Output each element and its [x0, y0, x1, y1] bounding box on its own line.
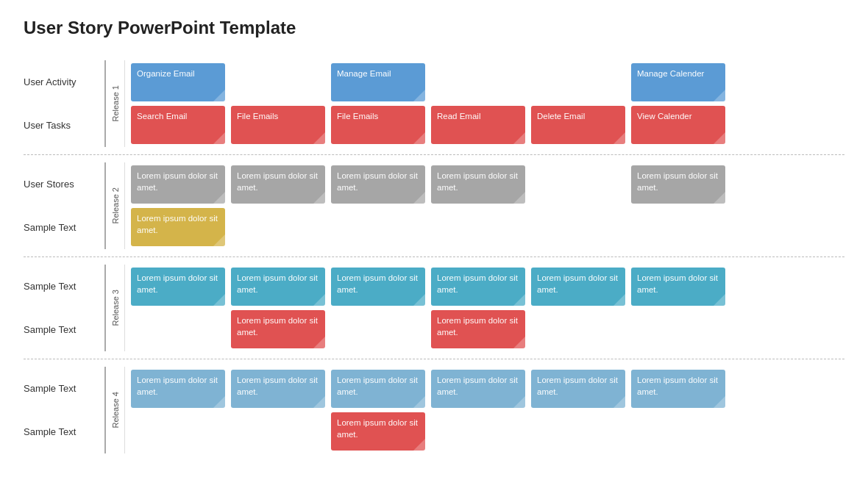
card-1-1-col6: Manage Calender	[631, 63, 725, 101]
card-4-1-col3: Lorem ipsum dolor sit amet.	[331, 370, 425, 408]
row-labels-3: Sample TextSample Text	[24, 265, 104, 351]
release-label-4: Release 4	[104, 367, 125, 453]
card-1-1-col3: Manage Email	[331, 63, 425, 101]
cards-row-3-2: Lorem ipsum dolor sit amet.Lorem ipsum d…	[131, 310, 844, 348]
row-label-2-1: User Stores	[24, 179, 102, 190]
card-1-2-col5: Delete Email	[531, 106, 625, 144]
cards-row-1-2: Search EmailFile EmailsFile EmailsRead E…	[131, 106, 844, 144]
cards-row-4-2: Lorem ipsum dolor sit amet.	[131, 412, 844, 451]
row-labels-4: Sample TextSample Text	[24, 367, 104, 453]
card-1-1-col1: Organize Email	[131, 63, 225, 101]
cards-row-3-1: Lorem ipsum dolor sit amet.Lorem ipsum d…	[131, 268, 844, 306]
row-labels-2: User StoresSample Text	[24, 162, 104, 249]
card-3-2-col4: Lorem ipsum dolor sit amet.	[431, 310, 525, 348]
card-1-2-col2: File Emails	[231, 106, 325, 144]
card-2-1-col2: Lorem ipsum dolor sit amet.	[231, 165, 325, 204]
card-4-1-col6: Lorem ipsum dolor sit amet.	[631, 370, 725, 408]
card-4-1-col5: Lorem ipsum dolor sit amet.	[531, 370, 625, 408]
card-1-2-col6: View Calender	[631, 106, 725, 144]
cards-area-4: Lorem ipsum dolor sit amet.Lorem ipsum d…	[131, 367, 844, 453]
card-3-1-col5: Lorem ipsum dolor sit amet.	[531, 268, 625, 306]
release-label-2: Release 2	[104, 162, 125, 249]
cards-row-2-1: Lorem ipsum dolor sit amet.Lorem ipsum d…	[131, 165, 844, 204]
card-4-1-col2: Lorem ipsum dolor sit amet.	[231, 370, 325, 408]
card-3-1-col3: Lorem ipsum dolor sit amet.	[331, 268, 425, 306]
row-label-4-2: Sample Text	[24, 426, 102, 438]
release-label-1: Release 1	[104, 60, 125, 147]
row-label-1-1: User Activity	[24, 76, 102, 88]
row-label-2-2: Sample Text	[24, 222, 102, 234]
card-1-2-col4: Read Email	[431, 106, 525, 144]
cards-row-1-1: Organize EmailManage EmailManage Calende…	[131, 63, 844, 101]
card-2-2-col1: Lorem ipsum dolor sit amet.	[131, 208, 225, 246]
cards-area-1: Organize EmailManage EmailManage Calende…	[131, 60, 844, 147]
row-label-4-1: Sample Text	[24, 383, 102, 395]
row-label-3-2: Sample Text	[24, 324, 102, 336]
card-2-1-col6: Lorem ipsum dolor sit amet.	[631, 165, 725, 204]
section-3: Sample TextSample TextRelease 3Lorem ips…	[24, 256, 844, 359]
row-label-3-1: Sample Text	[24, 281, 102, 293]
row-labels-1: User ActivityUser Tasks	[24, 60, 104, 147]
card-4-1-col4: Lorem ipsum dolor sit amet.	[431, 370, 525, 408]
main-grid: User ActivityUser TasksRelease 1Organize…	[24, 53, 844, 461]
card-3-2-col2: Lorem ipsum dolor sit amet.	[231, 310, 325, 348]
section-1: User ActivityUser TasksRelease 1Organize…	[24, 53, 844, 154]
row-label-1-2: User Tasks	[24, 120, 102, 132]
card-3-1-col2: Lorem ipsum dolor sit amet.	[231, 268, 325, 306]
card-2-1-col1: Lorem ipsum dolor sit amet.	[131, 165, 225, 204]
release-label-3: Release 3	[104, 265, 125, 351]
cards-area-3: Lorem ipsum dolor sit amet.Lorem ipsum d…	[131, 265, 844, 351]
card-2-1-col3: Lorem ipsum dolor sit amet.	[331, 165, 425, 204]
page-title: User Story PowerPoint Template	[24, 18, 844, 38]
card-4-1-col1: Lorem ipsum dolor sit amet.	[131, 370, 225, 408]
section-4: Sample TextSample TextRelease 4Lorem ips…	[24, 359, 844, 461]
card-1-2-col1: Search Email	[131, 106, 225, 144]
cards-row-4-1: Lorem ipsum dolor sit amet.Lorem ipsum d…	[131, 370, 844, 408]
card-3-1-col4: Lorem ipsum dolor sit amet.	[431, 268, 525, 306]
card-3-1-col6: Lorem ipsum dolor sit amet.	[631, 268, 725, 306]
card-1-2-col3: File Emails	[331, 106, 425, 144]
cards-row-2-2: Lorem ipsum dolor sit amet.	[131, 208, 844, 246]
card-4-2-col3: Lorem ipsum dolor sit amet.	[331, 412, 425, 451]
section-2: User StoresSample TextRelease 2Lorem ips…	[24, 154, 844, 256]
card-2-1-col4: Lorem ipsum dolor sit amet.	[431, 165, 525, 204]
cards-area-2: Lorem ipsum dolor sit amet.Lorem ipsum d…	[131, 162, 844, 249]
card-3-1-col1: Lorem ipsum dolor sit amet.	[131, 268, 225, 306]
